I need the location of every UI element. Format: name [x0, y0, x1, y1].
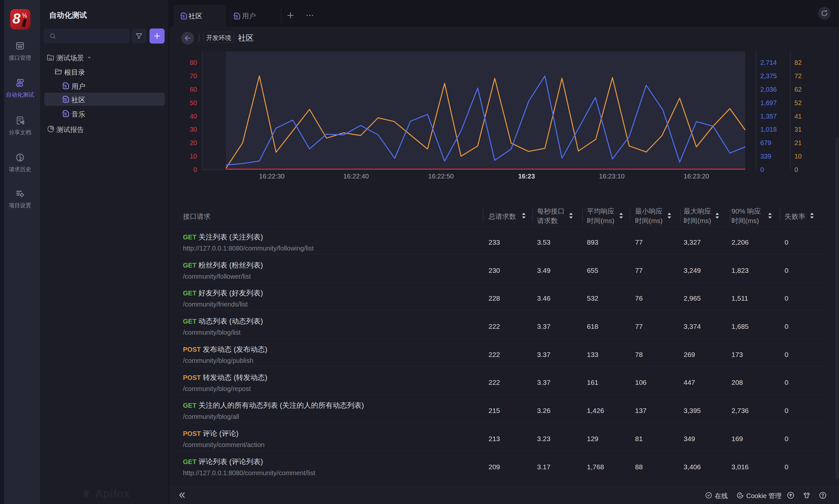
svg-text:16:23:10: 16:23:10: [599, 173, 624, 180]
svg-text:TS: TS: [62, 112, 67, 116]
svg-text:TS: TS: [62, 97, 67, 102]
svg-text:82: 82: [794, 59, 802, 66]
svg-text:16:23:20: 16:23:20: [684, 173, 709, 180]
svg-text:TS: TS: [180, 14, 185, 18]
svg-text:60: 60: [190, 86, 197, 93]
svg-text:TS: TS: [49, 57, 52, 60]
svg-text:16:22:40: 16:22:40: [343, 173, 369, 180]
svg-text:1,018: 1,018: [760, 126, 777, 133]
svg-text:10: 10: [190, 152, 197, 160]
svg-text:40: 40: [190, 113, 197, 120]
svg-text:20: 20: [190, 139, 197, 146]
svg-text:31: 31: [794, 126, 802, 133]
svg-text:TS: TS: [62, 84, 67, 88]
svg-text:30: 30: [190, 126, 197, 133]
svg-text:16:23: 16:23: [518, 173, 535, 180]
svg-text:2,375: 2,375: [760, 72, 777, 79]
svg-text:0: 0: [193, 166, 197, 173]
svg-text:16:22:30: 16:22:30: [259, 173, 285, 180]
svg-text:80: 80: [190, 59, 197, 66]
svg-text:2,714: 2,714: [760, 59, 777, 66]
svg-text:0: 0: [794, 166, 798, 173]
svg-text:72: 72: [794, 72, 802, 79]
svg-text:1,357: 1,357: [760, 113, 777, 120]
svg-text:339: 339: [760, 152, 771, 160]
svg-text:52: 52: [794, 99, 802, 106]
svg-text:21: 21: [794, 139, 802, 146]
svg-text:10: 10: [794, 152, 802, 160]
svg-text:16:22:50: 16:22:50: [428, 173, 454, 180]
svg-text:70: 70: [190, 72, 197, 79]
svg-text:2,036: 2,036: [760, 86, 777, 93]
svg-text:0: 0: [760, 166, 764, 173]
svg-text:679: 679: [760, 139, 771, 146]
svg-text:TS: TS: [234, 14, 238, 18]
svg-text:1,697: 1,697: [760, 99, 777, 106]
svg-text:62: 62: [794, 86, 802, 93]
svg-text:50: 50: [190, 99, 197, 106]
svg-text:41: 41: [794, 113, 802, 120]
